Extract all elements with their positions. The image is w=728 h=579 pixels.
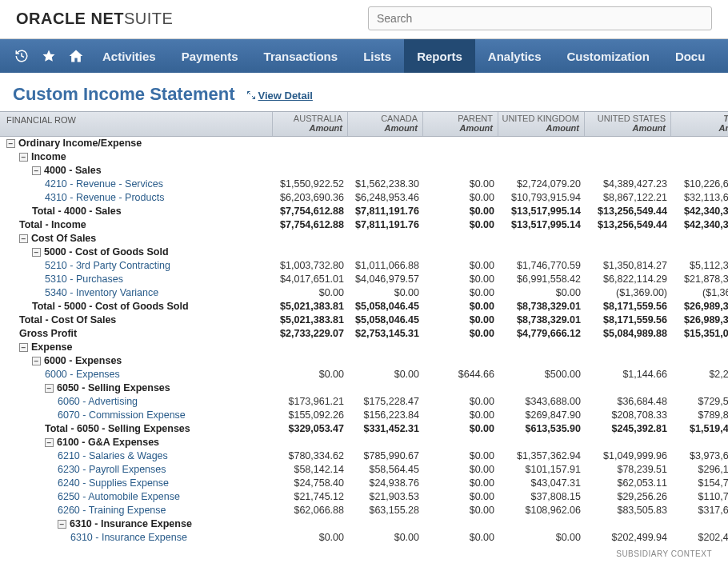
star-icon[interactable] xyxy=(35,42,62,70)
cell: $58,564.45 xyxy=(347,463,422,477)
table-row: −Income xyxy=(0,150,728,164)
nav-tab-payments[interactable]: Payments xyxy=(169,39,251,73)
row-label[interactable]: 6250 - Automobile Expense xyxy=(6,490,272,504)
cell: $331,452.31 xyxy=(347,422,422,436)
nav-tab-reports[interactable]: Reports xyxy=(404,39,475,73)
collapse-toggle[interactable]: − xyxy=(6,139,15,148)
row-label[interactable]: 6230 - Payroll Expenses xyxy=(6,463,272,477)
cell: ($1,369.00) xyxy=(670,286,728,300)
nav-tabs: ActivitiesPaymentsTransactionsListsRepor… xyxy=(90,39,718,73)
cell: $110,713.07 xyxy=(670,490,728,504)
table-row: Total - Cost Of Sales$5,021,383.81$5,058… xyxy=(0,313,728,327)
row-label[interactable]: 5340 - Inventory Variance xyxy=(6,286,272,300)
table-row: 6250 - Automobile Expense$21,745.12$21,9… xyxy=(0,490,728,504)
cell: $3,973,688.19 xyxy=(670,449,728,463)
row-label[interactable]: 5310 - Purchases xyxy=(6,273,272,286)
row-label[interactable]: 4210 - Revenue - Services xyxy=(6,178,272,191)
cell: $0.00 xyxy=(422,286,498,300)
col-header-united-states: UNITED STATESAmount xyxy=(584,112,670,136)
nav-tab-lists[interactable]: Lists xyxy=(350,39,404,73)
row-label-text: 6260 - Training Expense xyxy=(58,505,166,516)
row-label: −Expense xyxy=(6,341,272,354)
collapse-toggle[interactable]: − xyxy=(19,234,28,243)
cell: $42,340,349.22 xyxy=(670,218,728,232)
cell: $0.00 xyxy=(422,409,498,422)
cell: $0.00 xyxy=(347,368,422,381)
row-label[interactable]: 6000 - Expenses xyxy=(6,368,272,381)
row-label-text: Gross Profit xyxy=(19,328,77,339)
row-label-text: 6310 - Insurance Expense xyxy=(70,518,192,529)
nav-tab-docu[interactable]: Docu xyxy=(662,39,718,73)
cell: $10,226,667.25 xyxy=(670,178,728,191)
nav-tab-activities[interactable]: Activities xyxy=(90,39,169,73)
collapse-toggle[interactable]: − xyxy=(32,166,41,175)
cell: $1,562,238.30 xyxy=(347,178,422,191)
nav-tab-analytics[interactable]: Analytics xyxy=(475,39,554,73)
table-row: −5000 - Cost of Goods Sold xyxy=(0,246,728,259)
row-label[interactable]: 6070 - Commission Expense xyxy=(6,409,272,422)
row-label[interactable]: 6310 - Insurance Expense xyxy=(6,531,272,545)
cell: $42,340,349.22 xyxy=(670,205,728,218)
cell: $21,878,303.30 xyxy=(670,273,728,286)
cell: $108,962.06 xyxy=(498,504,584,517)
cell: $7,754,612.88 xyxy=(272,205,347,218)
cell: $0.00 xyxy=(422,477,498,490)
cell: $0.00 xyxy=(422,218,498,232)
row-label-text: Total - Cost Of Sales xyxy=(19,314,116,325)
table-row: 5310 - Purchases$4,017,651.01$4,046,979.… xyxy=(0,273,728,286)
cell: $0.00 xyxy=(422,259,498,273)
cell: $7,811,191.76 xyxy=(347,205,422,218)
row-label-text: Total - 6050 - Selling Expenses xyxy=(45,423,190,434)
cell: $0.00 xyxy=(272,531,347,545)
row-label: −6310 - Insurance Expense xyxy=(6,517,272,531)
history-icon[interactable] xyxy=(8,42,35,70)
table-row: −6050 - Selling Expenses xyxy=(0,381,728,395)
cell: $4,389,427.23 xyxy=(584,178,670,191)
cell: $0.00 xyxy=(347,286,422,300)
cell: $500.00 xyxy=(498,368,584,381)
collapse-toggle[interactable]: − xyxy=(32,357,41,365)
cell: $8,867,122.21 xyxy=(584,191,670,205)
cell: $780,334.62 xyxy=(272,449,347,463)
nav-tab-customization[interactable]: Customization xyxy=(554,39,662,73)
row-label-text: Cost Of Sales xyxy=(31,233,96,244)
collapse-toggle[interactable]: − xyxy=(45,438,54,447)
table-row: 4310 - Revenue - Products$6,203,690.36$6… xyxy=(0,191,728,205)
row-label-text: 6070 - Commission Expense xyxy=(58,409,186,421)
row-label[interactable]: 6240 - Supplies Expense xyxy=(6,477,272,490)
search-container xyxy=(368,6,712,30)
collapse-toggle[interactable]: − xyxy=(19,343,28,352)
row-label-text: 6000 - Expenses xyxy=(44,355,122,366)
collapse-toggle[interactable]: − xyxy=(58,520,66,529)
collapse-toggle[interactable]: − xyxy=(32,248,41,257)
nav-tab-transactions[interactable]: Transactions xyxy=(251,39,351,73)
cell: $78,239.51 xyxy=(584,463,670,477)
cell: $10,793,915.94 xyxy=(498,191,584,205)
search-input[interactable] xyxy=(368,6,712,30)
cell: $0.00 xyxy=(498,286,584,300)
col-header-parent: PARENTAmount xyxy=(422,112,498,136)
home-icon[interactable] xyxy=(62,42,90,70)
view-detail-link[interactable]: View Detail xyxy=(246,90,313,102)
cell: $789,872.32 xyxy=(670,409,728,422)
cell: $5,021,383.81 xyxy=(272,300,347,313)
cell: $0.00 xyxy=(422,273,498,286)
collapse-toggle[interactable]: − xyxy=(45,384,54,393)
cell: $2,724,079.20 xyxy=(498,178,584,191)
cell: $175,228.47 xyxy=(347,395,422,409)
row-label[interactable]: 4310 - Revenue - Products xyxy=(6,191,272,205)
row-label[interactable]: 5210 - 3rd Party Contracting xyxy=(6,259,272,273)
table-row: −Cost Of Sales xyxy=(0,232,728,246)
cell: $8,171,559.56 xyxy=(584,300,670,313)
cell: $4,779,666.12 xyxy=(498,327,584,341)
cell: $83,505.83 xyxy=(584,504,670,517)
cell: $5,021,383.81 xyxy=(272,313,347,327)
row-label[interactable]: 6210 - Salaries & Wages xyxy=(6,449,272,463)
cell: $62,066.88 xyxy=(272,504,347,517)
row-label: −6000 - Expenses xyxy=(6,354,272,368)
collapse-toggle[interactable]: − xyxy=(19,153,28,162)
cell: $5,058,046.45 xyxy=(347,300,422,313)
row-label[interactable]: 6260 - Training Expense xyxy=(6,504,272,517)
row-label[interactable]: 6060 - Advertising xyxy=(6,395,272,409)
cell: $62,053.11 xyxy=(584,477,670,490)
